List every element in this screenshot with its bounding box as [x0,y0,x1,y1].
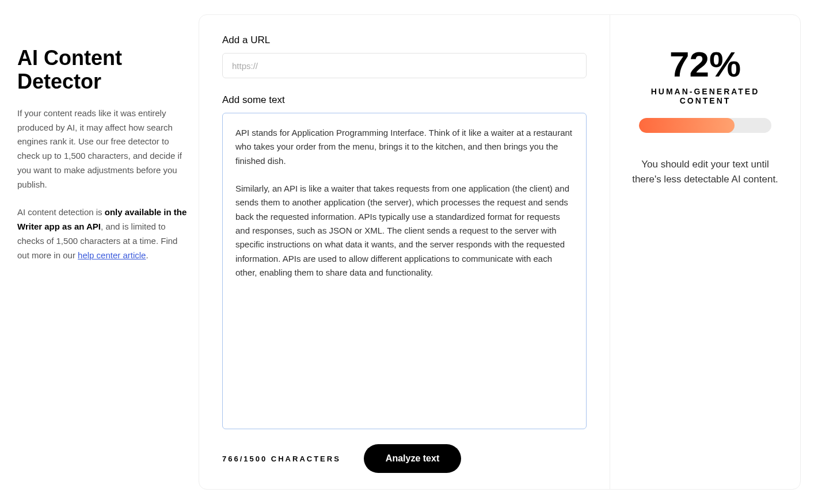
text-label: Add some text [222,94,587,106]
sidebar-text-post: . [146,250,148,260]
text-input[interactable] [222,113,587,429]
app-container: AI Content Detector If your content read… [0,0,818,504]
sidebar-description-2: AI content detection is only available i… [17,205,187,262]
url-input[interactable] [222,53,587,78]
result-advice: You should edit your text until there's … [627,157,783,186]
score-label: HUMAN-GENERATED CONTENT [627,87,783,105]
character-count: 766/1500 CHARACTERS [222,455,341,463]
main-panel: Add a URL Add some text 766/1500 CHARACT… [199,14,801,490]
sidebar-description-1: If your content reads like it was entire… [17,106,187,192]
input-column: Add a URL Add some text 766/1500 CHARACT… [199,15,610,489]
bottom-row: 766/1500 CHARACTERS Analyze text [222,429,587,473]
sidebar-text-pre: AI content detection is [17,207,105,217]
help-center-link[interactable]: help center article [78,250,146,260]
sidebar: AI Content Detector If your content read… [17,14,187,490]
url-label: Add a URL [222,35,587,46]
progress-fill [639,118,735,133]
result-column: 72% HUMAN-GENERATED CONTENT You should e… [610,15,800,489]
page-title: AI Content Detector [17,46,187,94]
analyze-button[interactable]: Analyze text [364,444,461,473]
progress-bar [639,118,771,133]
score-percentage: 72% [627,47,783,82]
